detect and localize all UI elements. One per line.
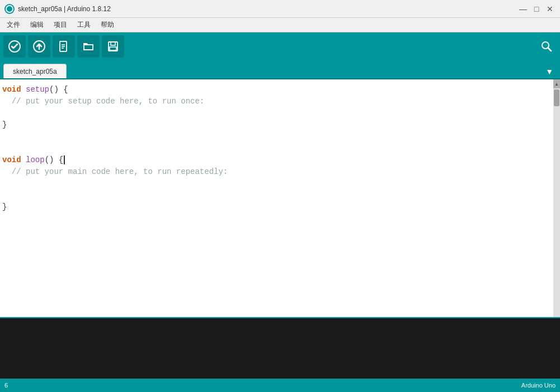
code-line-6	[2, 143, 551, 154]
tab-label: sketch_apr05a	[13, 68, 57, 75]
menu-tools[interactable]: 工具	[73, 19, 95, 31]
console-area	[0, 317, 560, 379]
menu-project[interactable]: 项目	[49, 19, 72, 31]
func-setup: setup	[26, 85, 49, 94]
checkmark-icon	[8, 40, 21, 53]
board-name: Arduino Uno	[521, 382, 556, 389]
menu-file[interactable]: 文件	[2, 19, 25, 31]
status-bar: 6 Arduino Uno	[0, 379, 560, 392]
menu-bar: 文件 编辑 项目 工具 帮助	[0, 18, 560, 32]
code-line-3	[2, 107, 551, 119]
scrollbar-thumb[interactable]	[554, 89, 559, 106]
code-line-4: }	[2, 119, 551, 131]
menu-edit[interactable]: 编辑	[26, 19, 48, 31]
verify-button[interactable]	[3, 35, 26, 58]
code-line-11: }	[2, 201, 551, 213]
text-cursor	[64, 155, 65, 164]
menu-help[interactable]: 帮助	[96, 19, 119, 31]
chevron-down-icon: ▼	[545, 67, 553, 76]
code-line-1: void setup() {	[2, 84, 551, 96]
code-line-8: // put your main code here, to run repea…	[2, 166, 551, 178]
code-line-2: // put your setup code here, to run once…	[2, 96, 551, 107]
code-editor[interactable]: void setup() { // put your setup code he…	[0, 79, 553, 317]
close-button[interactable]: ✕	[544, 3, 556, 15]
minimize-button[interactable]: —	[517, 3, 529, 15]
open-button[interactable]	[77, 35, 100, 58]
open-folder-icon	[82, 40, 95, 53]
search-icon	[540, 40, 553, 53]
code-line-5	[2, 131, 551, 143]
code-line-9	[2, 178, 551, 190]
keyword-void-2: void	[2, 155, 21, 164]
editor-area: void setup() { // put your setup code he…	[0, 79, 560, 317]
code-line-7: void loop() {	[2, 154, 551, 166]
code-line-10	[2, 190, 551, 201]
window-title: sketch_apr05a | Arduino 1.8.12	[18, 5, 111, 13]
maximize-button[interactable]: □	[531, 3, 542, 15]
comment-setup: // put your setup code here, to run once…	[2, 97, 204, 106]
tab-bar: sketch_apr05a ▼	[0, 60, 560, 79]
svg-rect-9	[110, 47, 116, 50]
upload-arrow-icon	[33, 40, 45, 53]
func-loop: loop	[26, 155, 45, 164]
window-controls: — □ ✕	[517, 3, 556, 15]
title-bar-left: sketch_apr05a | Arduino 1.8.12	[4, 4, 111, 14]
svg-line-11	[548, 48, 552, 51]
title-bar: sketch_apr05a | Arduino 1.8.12 — □ ✕	[0, 0, 560, 18]
line-number: 6	[4, 382, 8, 389]
arduino-logo-icon	[4, 4, 15, 14]
keyword-void-1: void	[2, 85, 21, 94]
tab-dropdown-button[interactable]: ▼	[542, 65, 557, 78]
search-button[interactable]	[537, 36, 557, 56]
svg-rect-8	[111, 42, 115, 45]
upload-button[interactable]	[28, 35, 50, 58]
save-button[interactable]	[102, 35, 124, 58]
vertical-scrollbar[interactable]: ▲	[553, 79, 560, 317]
comment-loop: // put your main code here, to run repea…	[2, 167, 228, 176]
save-icon	[107, 40, 119, 53]
new-file-icon	[58, 40, 70, 53]
new-button[interactable]	[53, 35, 75, 58]
sketch-tab[interactable]: sketch_apr05a	[3, 64, 67, 78]
scroll-up-button[interactable]: ▲	[553, 79, 560, 88]
toolbar	[0, 32, 560, 60]
